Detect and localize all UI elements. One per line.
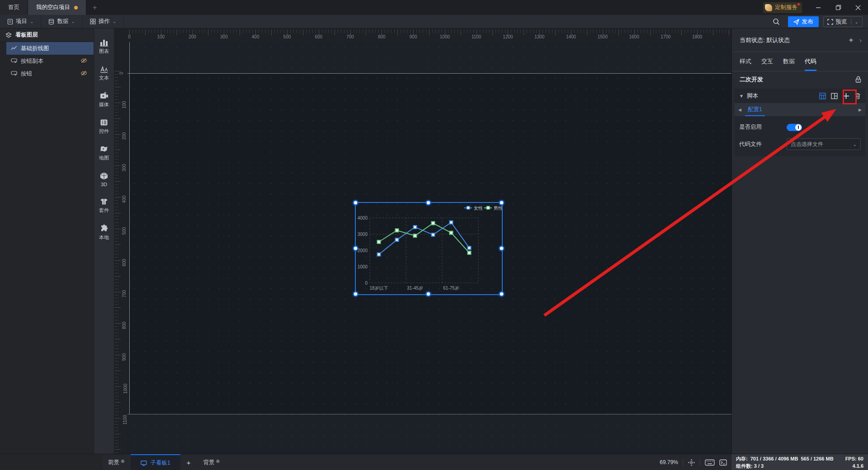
- background-button[interactable]: 背景⊕: [197, 454, 226, 470]
- layer-item-1[interactable]: 基础折线图: [6, 42, 94, 55]
- fit-screen-button[interactable]: [688, 459, 695, 466]
- new-tab-button[interactable]: +: [86, 0, 103, 15]
- toolbox-item-label: 本地: [99, 234, 109, 241]
- line-chart-icon: [11, 45, 17, 52]
- tab-project-label: 我的空白项目: [36, 4, 70, 11]
- local-icon: [99, 224, 108, 233]
- layer-item-2[interactable]: 按钮副本: [6, 55, 94, 67]
- chevron-down-icon[interactable]: ▼: [739, 94, 744, 99]
- add-circle-icon[interactable]: ⊕: [121, 459, 124, 464]
- toolbox-item-text[interactable]: 文本: [94, 65, 114, 81]
- selection-handle[interactable]: [426, 200, 431, 205]
- menu-operation[interactable]: 操作⌄: [83, 15, 124, 28]
- ruler-top-label: 1700: [660, 34, 670, 39]
- toolbox-item-control[interactable]: 控件: [94, 118, 114, 135]
- search-icon: [773, 18, 780, 25]
- toolbox-item-cube[interactable]: 3D: [94, 172, 114, 187]
- add-subboard-button[interactable]: +: [180, 454, 197, 470]
- search-button[interactable]: [773, 18, 780, 25]
- visibility-off-icon[interactable]: [80, 58, 87, 65]
- add-config-button[interactable]: [842, 92, 850, 100]
- toolbox-item-label: 文本: [99, 75, 109, 81]
- preview-button[interactable]: 预览 ⌄: [823, 16, 863, 27]
- selection-handle[interactable]: [353, 246, 358, 251]
- code-file-placeholder: 点击选择文件: [791, 141, 853, 148]
- toolbox-item-label: 图表: [99, 48, 109, 55]
- zoom-level[interactable]: 69.79%: [660, 459, 678, 465]
- panel-view-button[interactable]: [830, 92, 838, 100]
- chevron-down-icon: ⌄: [30, 19, 33, 24]
- ruler-top-label: 300: [220, 34, 228, 39]
- selection-handle[interactable]: [499, 246, 504, 251]
- lock-icon[interactable]: [855, 76, 862, 83]
- visibility-off-icon[interactable]: [80, 70, 87, 77]
- shortcut-keys-button[interactable]: [705, 459, 715, 466]
- foreground-button[interactable]: 前景⊕: [102, 454, 131, 470]
- toolbox-item-local[interactable]: 本地: [94, 224, 114, 241]
- ruler-top-label: 500: [283, 34, 291, 39]
- custom-service-badge[interactable]: 定制服务: [763, 2, 802, 13]
- layer-item-label: 按钮: [21, 70, 32, 78]
- menu-data-label: 数据: [57, 18, 68, 25]
- fps-stats: FPS: 60: [845, 455, 863, 462]
- toolbox-item-kit[interactable]: 套件: [94, 197, 114, 214]
- menu-project[interactable]: 项目⌄: [0, 15, 41, 28]
- subboard-tab[interactable]: 子看板1: [131, 454, 180, 470]
- line-chart: 0100020003000400018岁以下31-45岁61-75岁女性男性: [356, 203, 502, 294]
- toolbox-item-chart[interactable]: 图表: [94, 38, 114, 55]
- inspector-tab-样式[interactable]: 样式: [740, 52, 751, 71]
- board-tabs: 前景⊕ 子看板1 + 背景⊕: [102, 454, 226, 470]
- y-axis-label: 4000: [358, 216, 368, 221]
- console-button[interactable]: [719, 459, 727, 466]
- scroll-right-button[interactable]: ▶: [859, 108, 862, 112]
- tab-project[interactable]: 我的空白项目: [28, 0, 86, 15]
- chart-icon: [99, 38, 108, 47]
- background-label: 背景: [203, 459, 215, 466]
- add-circle-icon[interactable]: ⊕: [216, 459, 220, 464]
- toolbox-item-media[interactable]: 媒体: [94, 92, 114, 108]
- tab-home[interactable]: 首页: [0, 0, 28, 15]
- canvas[interactable]: 0100020003000400018岁以下31-45岁61-75岁女性男性: [127, 42, 731, 454]
- plus-icon: +: [93, 4, 97, 12]
- foreground-label: 前景: [108, 459, 119, 466]
- code-file-select[interactable]: 点击选择文件 ⌄: [787, 138, 861, 150]
- inspector-tab-交互[interactable]: 交互: [761, 52, 773, 71]
- selection-handle[interactable]: [353, 200, 358, 205]
- config-tab-1[interactable]: 配置1: [748, 103, 762, 116]
- layer-item-3[interactable]: 按钮: [6, 67, 94, 80]
- inspector-tab-数据[interactable]: 数据: [783, 52, 795, 71]
- table-view-button[interactable]: [818, 92, 826, 100]
- ruler-top-label: 1000: [440, 34, 450, 39]
- add-state-button[interactable]: +: [849, 36, 853, 45]
- selection-handle[interactable]: [499, 291, 504, 296]
- close-button[interactable]: [848, 0, 868, 15]
- chart-data-marker: [468, 246, 471, 249]
- restore-button[interactable]: [828, 0, 848, 15]
- menu-data[interactable]: 数据⌄: [41, 15, 82, 28]
- ruler-left-label: 500: [122, 227, 127, 235]
- ruler-top-label: 1600: [629, 34, 639, 39]
- menubar: 项目⌄ 数据⌄ 操作⌄ 发布 预览 ⌄: [0, 15, 868, 28]
- layers-panel: 看板图层 基础折线图按钮副本按钮: [0, 28, 94, 454]
- inspector-tab-代码[interactable]: 代码: [805, 52, 816, 71]
- enable-toggle[interactable]: [787, 124, 802, 131]
- media-icon: [99, 92, 108, 100]
- script-section: ▼ 脚本 ◀ 配置1 ▶ 是否启用 代码文件: [735, 89, 865, 156]
- minimize-button[interactable]: [808, 0, 828, 15]
- layers-panel-header: 看板图层: [0, 28, 94, 42]
- bottom-right-tools: 69.79%: [660, 454, 731, 470]
- selection-handle[interactable]: [426, 291, 431, 296]
- legend-label: 男性: [494, 206, 502, 211]
- toolbox-item-map[interactable]: 地图: [94, 145, 114, 161]
- publish-button[interactable]: 发布: [788, 16, 819, 27]
- line-chart-component[interactable]: 0100020003000400018岁以下31-45岁61-75岁女性男性: [355, 202, 503, 295]
- scroll-left-button[interactable]: ◀: [738, 108, 741, 112]
- selection-handle[interactable]: [499, 200, 504, 205]
- memory-value-1: 701 / 3366 / 4096 MB: [750, 456, 798, 461]
- ruler-top-label: 800: [378, 34, 386, 39]
- chevron-right-icon[interactable]: ›: [859, 37, 862, 44]
- delete-config-button[interactable]: [854, 92, 862, 100]
- selection-handle[interactable]: [353, 291, 358, 296]
- board-icon: [141, 460, 147, 466]
- ruler-left-label: 600: [122, 258, 127, 266]
